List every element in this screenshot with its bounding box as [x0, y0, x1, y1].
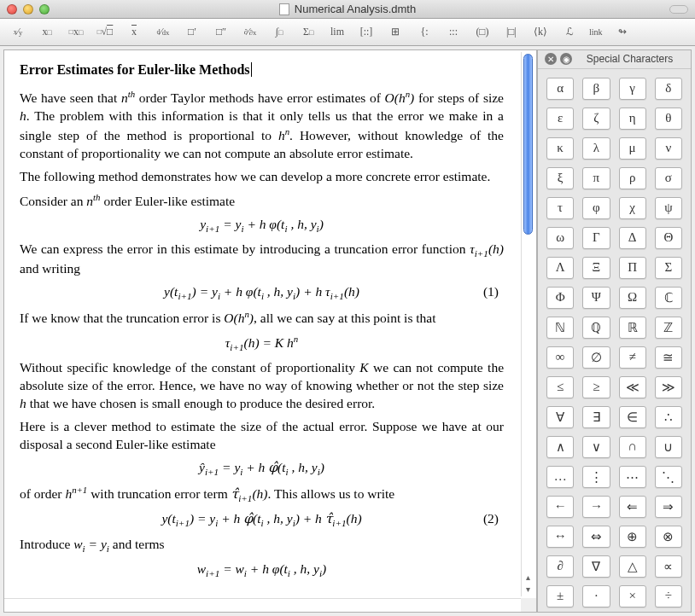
symbol-button[interactable]: ⋮ [582, 466, 610, 488]
symbol-button[interactable]: ↔ [546, 526, 574, 548]
symbol-button[interactable]: ζ [582, 108, 610, 130]
symbol-button[interactable]: ∂ [546, 555, 574, 578]
panel-close-icon[interactable]: ✕ [545, 53, 557, 65]
symbol-button[interactable]: ∞ [546, 346, 574, 369]
toolbar-toggle-button[interactable] [669, 5, 688, 14]
symbol-button[interactable]: ⋱ [655, 466, 682, 488]
script-button[interactable]: ℒ [560, 24, 579, 41]
symbol-button[interactable]: ∩ [619, 436, 646, 458]
zoom-window-button[interactable] [39, 4, 50, 15]
document-content[interactable]: Error Estimates for Euler-like Methods W… [4, 50, 519, 596]
symbol-button[interactable]: Ξ [582, 257, 610, 279]
prime-button[interactable]: □′ [183, 24, 201, 41]
symbol-button[interactable]: τ [546, 197, 574, 219]
symbol-button[interactable]: ρ [619, 167, 646, 189]
symbol-button[interactable]: ℝ [619, 317, 646, 339]
symbol-button[interactable]: ⋯ [619, 466, 646, 488]
sum-button[interactable]: Σ□ [299, 24, 318, 41]
symbol-button[interactable]: Ψ [582, 287, 610, 309]
root-button[interactable]: □√□ [96, 24, 114, 41]
symbol-button[interactable]: φ [582, 197, 610, 219]
double-prime-button[interactable]: □″ [212, 24, 231, 41]
symbol-button[interactable]: → [582, 496, 610, 518]
cases-button[interactable]: ::: [444, 24, 463, 41]
symbol-button[interactable]: ⇒ [655, 496, 682, 518]
symbol-button[interactable]: ⊗ [655, 526, 682, 548]
symbol-button[interactable]: α [546, 78, 574, 100]
symbol-button[interactable]: ℤ [655, 317, 682, 339]
symbol-button[interactable]: ∨ [582, 436, 610, 458]
minimize-window-button[interactable] [23, 4, 33, 15]
symbol-button[interactable]: ℚ [582, 317, 610, 339]
symbol-button[interactable]: Λ [546, 257, 574, 279]
resize-corner[interactable] [521, 598, 536, 612]
horizontal-scrollbar[interactable] [4, 598, 521, 612]
symbol-button[interactable]: ∇ [582, 555, 610, 578]
abs-button[interactable]: |□| [502, 24, 521, 41]
symbol-button[interactable]: Δ [619, 227, 646, 249]
symbol-button[interactable]: μ [619, 137, 646, 160]
symbol-button[interactable]: · [582, 585, 610, 607]
symbol-button[interactable]: ψ [655, 197, 682, 219]
partial-button[interactable]: ∂⁄∂x [241, 24, 260, 41]
symbol-button[interactable]: ∝ [655, 555, 682, 578]
overbar-button[interactable]: x [125, 24, 143, 41]
limit-button[interactable]: lim [328, 24, 347, 41]
vertical-scrollbar[interactable]: ▴ ▾ [521, 52, 534, 596]
symbol-button[interactable]: ω [546, 227, 574, 249]
symbol-button[interactable]: Φ [546, 287, 574, 309]
arrow-icon[interactable]: ↬ [613, 24, 632, 41]
symbol-button[interactable]: ≠ [619, 346, 646, 369]
symbol-button[interactable]: ∴ [655, 406, 682, 428]
scroll-up-icon[interactable]: ▴ [522, 572, 534, 584]
symbol-button[interactable]: ÷ [655, 585, 682, 607]
fraction-button[interactable]: x⁄y [9, 24, 27, 41]
angle-button[interactable]: ⟨k⟩ [531, 24, 550, 41]
symbol-button[interactable]: ≫ [655, 376, 682, 398]
symbol-button[interactable]: χ [619, 197, 646, 219]
d-dx-button[interactable]: d⁄dx [154, 24, 172, 41]
symbol-button[interactable]: Θ [655, 227, 682, 249]
symbol-button[interactable]: ∅ [582, 346, 610, 369]
symbol-button[interactable]: ± [546, 585, 574, 607]
symbol-button[interactable]: ν [655, 137, 682, 160]
symbol-button[interactable]: η [619, 108, 646, 130]
symbol-button[interactable]: ⊕ [619, 526, 646, 548]
symbol-button[interactable]: ∈ [619, 406, 646, 428]
symbol-button[interactable]: β [582, 78, 610, 100]
symbol-button[interactable]: λ [582, 137, 610, 160]
symbol-button[interactable]: ≥ [582, 376, 610, 398]
symbol-button[interactable]: ≪ [619, 376, 646, 398]
table-button[interactable]: ⊞ [386, 24, 405, 41]
symbol-button[interactable]: ⇐ [619, 496, 646, 518]
symbol-button[interactable]: ξ [546, 167, 574, 189]
symbol-button[interactable]: γ [619, 78, 646, 100]
symbol-button[interactable]: π [582, 167, 610, 189]
symbol-button[interactable]: ∧ [546, 436, 574, 458]
subscript-button[interactable]: x□ [38, 24, 56, 41]
symbol-button[interactable]: … [546, 466, 574, 488]
close-window-button[interactable] [7, 4, 17, 15]
symbol-button[interactable]: δ [655, 78, 682, 100]
symbol-button[interactable]: θ [655, 108, 682, 130]
panel-gear-icon[interactable]: ◉ [560, 53, 572, 65]
symbol-button[interactable]: ← [546, 496, 574, 518]
symbol-button[interactable]: σ [655, 167, 682, 189]
scroll-down-icon[interactable]: ▾ [522, 584, 534, 596]
symbol-button[interactable]: ≅ [655, 346, 682, 369]
symbol-button[interactable]: × [619, 585, 646, 607]
piecewise-button[interactable]: {: [415, 24, 434, 41]
symbol-button[interactable]: Ω [619, 287, 646, 309]
symbol-button[interactable]: Π [619, 257, 646, 279]
symbol-button[interactable]: ε [546, 108, 574, 130]
symbol-button[interactable]: Γ [582, 227, 610, 249]
integral-button[interactable]: ∫□ [270, 24, 289, 41]
superscript-button[interactable]: □x□ [67, 24, 85, 41]
link-button[interactable]: link [589, 24, 603, 41]
symbol-button[interactable]: ∀ [546, 406, 574, 428]
symbol-button[interactable]: ∃ [582, 406, 610, 428]
symbol-button[interactable]: ≤ [546, 376, 574, 398]
symbol-button[interactable]: ℕ [546, 317, 574, 339]
symbol-button[interactable]: ℂ [655, 287, 682, 309]
symbol-button[interactable]: κ [546, 137, 574, 160]
